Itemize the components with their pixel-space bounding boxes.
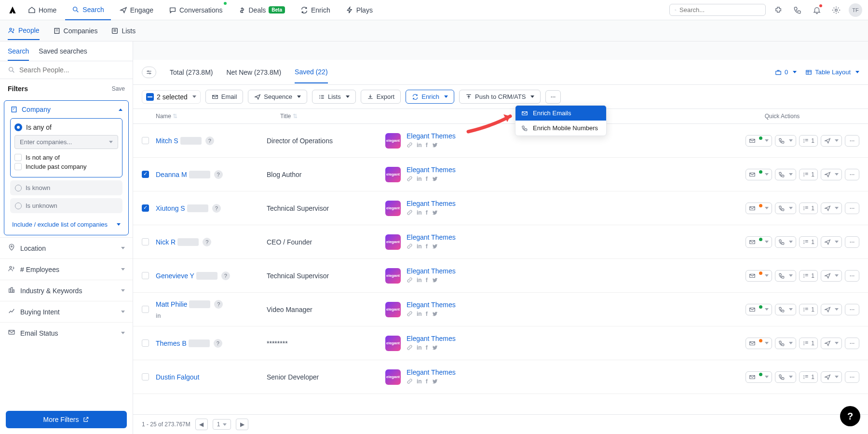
nav-plays[interactable]: Plays [339, 0, 380, 20]
save-link[interactable]: Save [112, 85, 125, 92]
qa-send-button[interactable] [821, 236, 842, 248]
person-name-link[interactable]: Genevieve Y ? [156, 271, 267, 280]
nav-conversations[interactable]: Conversations [162, 0, 230, 20]
help-icon[interactable]: ? [214, 339, 222, 348]
link-icon[interactable] [407, 344, 413, 352]
user-avatar[interactable]: TF [849, 3, 862, 17]
link-icon[interactable] [407, 243, 413, 251]
qa-email-button[interactable] [746, 338, 772, 349]
more-actions-button[interactable] [545, 90, 561, 104]
person-name-link[interactable]: Mitch S ? [156, 136, 267, 145]
facebook-icon[interactable]: f [426, 311, 428, 318]
sidebar-tab-search[interactable]: Search [8, 47, 29, 61]
qa-more-button[interactable] [845, 371, 859, 383]
qa-more-button[interactable] [845, 338, 859, 349]
selection-chip[interactable]: 2 selected [142, 90, 201, 104]
qa-more-button[interactable] [845, 135, 859, 147]
qa-phone-button[interactable] [775, 338, 796, 349]
filter-row-buying-intent[interactable]: Buying Intent [0, 301, 133, 322]
person-name-link[interactable]: Matt Philie ? [156, 300, 267, 309]
qa-more-button[interactable] [845, 169, 859, 180]
qa-sequence-button[interactable]: 1 [799, 236, 818, 248]
briefcase-count[interactable]: 0 [775, 68, 797, 76]
phone-icon[interactable] [791, 3, 804, 17]
qa-sequence-button[interactable]: 1 [799, 371, 818, 383]
qa-sequence-button[interactable]: 1 [799, 203, 818, 214]
radio-is-known[interactable]: Is known [10, 180, 122, 195]
filter-row-location[interactable]: Location [0, 237, 133, 258]
next-page-button[interactable]: ▶ [236, 419, 248, 430]
company-link[interactable]: Elegant Themes [407, 335, 456, 342]
enrich-mobile-option[interactable]: Enrich Mobile Numbers [515, 121, 606, 136]
company-link[interactable]: Elegant Themes [407, 368, 456, 376]
company-combobox[interactable]: Enter companies... [14, 135, 118, 149]
app-logo[interactable] [6, 3, 19, 17]
row-checkbox[interactable] [142, 137, 149, 144]
enrich-button[interactable]: Enrich [406, 90, 454, 104]
qa-sequence-button[interactable]: 1 [799, 338, 818, 349]
qa-phone-button[interactable] [775, 371, 796, 383]
linkedin-icon[interactable]: in [417, 344, 422, 352]
qa-sequence-button[interactable]: 1 [799, 135, 818, 147]
nav-engage[interactable]: Engage [113, 0, 160, 20]
link-icon[interactable] [407, 209, 413, 217]
col-name-header[interactable]: Name ⇅ [156, 113, 280, 120]
person-name-link[interactable]: Nick R ? [156, 238, 267, 246]
link-icon[interactable] [407, 142, 413, 149]
qa-phone-button[interactable] [775, 270, 796, 282]
company-link[interactable]: Elegant Themes [407, 200, 456, 207]
filter-row--employees[interactable]: # Employees [0, 258, 133, 280]
company-link[interactable]: Elegant Themes [407, 132, 456, 140]
help-icon[interactable]: ? [212, 204, 221, 213]
nav-home[interactable]: Home [21, 0, 63, 20]
global-search-input[interactable] [679, 6, 760, 14]
linkedin-icon[interactable]: in [417, 142, 422, 149]
notifications-icon[interactable] [810, 3, 824, 17]
check-is-not-any-of[interactable]: Is not any of [14, 154, 118, 161]
tab-netnew[interactable]: Net New (273.8M) [226, 62, 281, 83]
export-button[interactable]: Export [361, 90, 401, 104]
prev-page-button[interactable]: ◀ [195, 419, 208, 430]
extension-icon[interactable] [772, 3, 785, 17]
qa-more-button[interactable] [845, 236, 859, 248]
help-icon[interactable]: ? [214, 170, 223, 179]
facebook-icon[interactable]: f [426, 176, 428, 183]
company-link[interactable]: Elegant Themes [407, 301, 456, 309]
radio-is-unknown[interactable]: Is unknown [10, 198, 122, 213]
company-link[interactable]: Elegant Themes [407, 166, 456, 174]
person-name-link[interactable]: Deanna M ? [156, 170, 267, 179]
sidebar-tab-saved[interactable]: Saved searches [39, 47, 87, 61]
qa-email-button[interactable] [746, 169, 772, 180]
email-button[interactable]: Email [205, 90, 244, 104]
qa-email-button[interactable] [746, 270, 772, 282]
page-select[interactable]: 1 [213, 419, 231, 430]
row-checkbox[interactable] [142, 171, 149, 178]
row-checkbox[interactable] [142, 373, 149, 380]
qa-send-button[interactable] [821, 338, 842, 349]
qa-more-button[interactable] [845, 203, 859, 214]
help-icon[interactable]: ? [205, 136, 214, 145]
twitter-icon[interactable] [432, 311, 438, 318]
linkedin-icon[interactable]: in [417, 243, 422, 251]
person-name-link[interactable]: Xiutong S ? [156, 204, 267, 213]
facebook-icon[interactable]: f [426, 243, 428, 251]
filter-settings-button[interactable] [142, 67, 156, 78]
search-input[interactable] [19, 66, 125, 74]
qa-sequence-button[interactable]: 1 [799, 304, 818, 315]
twitter-icon[interactable] [432, 176, 438, 183]
enrich-emails-option[interactable]: Enrich Emails [515, 106, 606, 121]
qa-email-button[interactable] [746, 135, 772, 147]
qa-email-button[interactable] [746, 304, 772, 315]
qa-more-button[interactable] [845, 270, 859, 282]
subnav-companies[interactable]: Companies [53, 22, 98, 40]
tab-total[interactable]: Total (273.8M) [170, 62, 213, 83]
link-icon[interactable] [407, 311, 413, 318]
help-icon[interactable]: ? [221, 271, 230, 280]
settings-icon[interactable] [829, 3, 843, 17]
qa-phone-button[interactable] [775, 135, 796, 147]
help-icon[interactable]: ? [203, 238, 211, 246]
qa-phone-button[interactable] [775, 169, 796, 180]
filter-row-email-status[interactable]: Email Status [0, 322, 133, 343]
person-name-link[interactable]: Themes B ? [156, 339, 267, 348]
qa-phone-button[interactable] [775, 304, 796, 315]
